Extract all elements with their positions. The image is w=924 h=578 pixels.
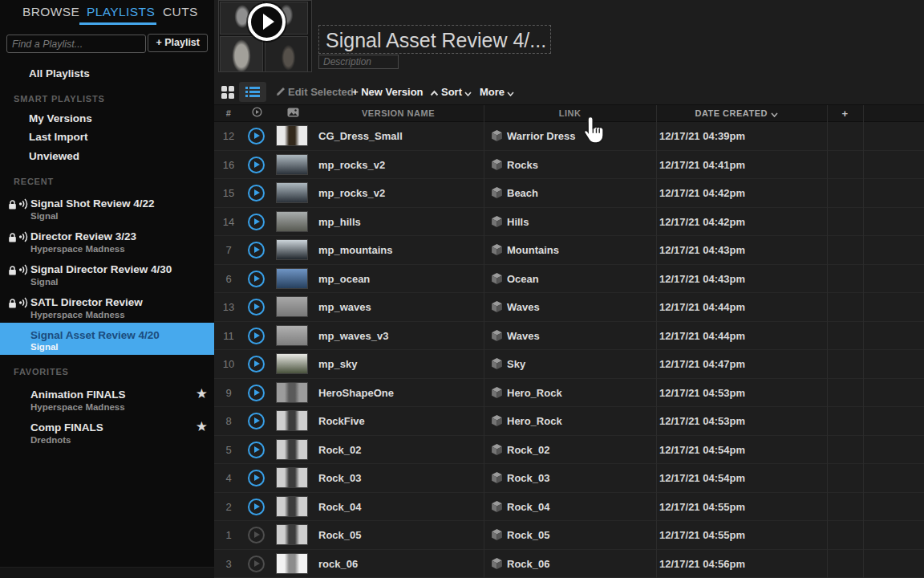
- play-version-button[interactable]: [248, 413, 265, 429]
- play-version-button[interactable]: [248, 470, 265, 486]
- playlist-description-field[interactable]: [318, 55, 399, 69]
- link-cell[interactable]: Hero_Rock: [491, 379, 562, 407]
- column-header-version-name[interactable]: VERSION NAME: [313, 105, 484, 122]
- version-thumbnail[interactable]: [276, 382, 308, 403]
- play-version-button[interactable]: [248, 499, 265, 515]
- table-row[interactable]: 11mp_waves_v3Waves12/17/21 04:44pm: [214, 322, 924, 351]
- table-row[interactable]: 8RockFiveHero_Rock12/17/21 04:53pm: [214, 407, 924, 436]
- table-row[interactable]: 15mp_rocks_v2Beach12/17/21 04:42pm: [214, 179, 924, 208]
- version-name[interactable]: Rock_03: [318, 464, 361, 492]
- version-name[interactable]: mp_rocks_v2: [318, 179, 385, 207]
- table-row[interactable]: 3rock_06Rock_0612/17/21 04:56pm: [214, 550, 924, 578]
- play-version-button[interactable]: [248, 328, 265, 344]
- play-version-button[interactable]: [248, 556, 265, 572]
- version-thumbnail[interactable]: [276, 154, 308, 175]
- version-thumbnail[interactable]: [276, 325, 308, 346]
- table-row[interactable]: 1Rock_05Rock_0512/17/21 04:55pm: [214, 521, 924, 550]
- play-version-button[interactable]: [248, 299, 265, 315]
- sort-button[interactable]: Sort: [428, 79, 474, 105]
- link-cell[interactable]: Rocks: [491, 151, 538, 179]
- table-row[interactable]: 6mp_oceanOcean12/17/21 04:43pm: [214, 265, 924, 294]
- favorite-star-icon[interactable]: ★: [196, 418, 208, 435]
- table-row[interactable]: 9HeroShapeOneHero_Rock12/17/21 04:53pm: [214, 379, 924, 408]
- edit-selected-button[interactable]: Edit Selected: [274, 79, 354, 105]
- new-version-button[interactable]: + New Version: [352, 79, 424, 105]
- playlist-title-field[interactable]: Signal Asset Review 4/...: [318, 25, 551, 54]
- version-thumbnail[interactable]: [276, 182, 308, 203]
- version-thumbnail[interactable]: [276, 439, 308, 460]
- play-version-button[interactable]: [248, 527, 265, 543]
- version-thumbnail[interactable]: [276, 211, 308, 232]
- search-input[interactable]: [6, 35, 146, 53]
- add-playlist-button[interactable]: + Playlist: [148, 34, 208, 52]
- add-column-button[interactable]: +: [827, 105, 863, 122]
- link-cell[interactable]: Warrior Dress: [491, 122, 576, 150]
- version-thumbnail[interactable]: [276, 553, 308, 574]
- version-thumbnail[interactable]: [276, 296, 308, 317]
- link-cell[interactable]: Rock_05: [491, 521, 549, 549]
- sidebar-item-my-versions[interactable]: My Versions: [29, 112, 92, 124]
- play-version-button[interactable]: [248, 185, 265, 201]
- version-name[interactable]: Rock_04: [318, 493, 361, 521]
- link-cell[interactable]: Sky: [491, 350, 525, 378]
- link-cell[interactable]: Hills: [491, 208, 529, 236]
- version-name[interactable]: mp_sky: [318, 350, 357, 378]
- sidebar-item-last-import[interactable]: Last Import: [29, 131, 88, 143]
- play-version-button[interactable]: [248, 157, 265, 173]
- list-view-button[interactable]: [239, 82, 266, 102]
- version-thumbnail[interactable]: [276, 125, 308, 146]
- sidebar-playlist-item[interactable]: Animation FINALSHyperspace Madness★: [0, 389, 214, 421]
- table-row[interactable]: 4Rock_03Rock_0312/17/21 04:54pm: [214, 464, 924, 493]
- version-name[interactable]: Rock_05: [318, 521, 361, 549]
- version-name[interactable]: Rock_02: [318, 436, 361, 464]
- link-cell[interactable]: Mountains: [491, 236, 559, 264]
- version-thumbnail[interactable]: [276, 496, 308, 517]
- version-name[interactable]: mp_rocks_v2: [318, 151, 385, 179]
- link-cell[interactable]: Ocean: [491, 265, 539, 293]
- version-name[interactable]: mp_waves: [318, 293, 371, 321]
- version-name[interactable]: CG_Dress_Small: [318, 122, 403, 150]
- play-version-button[interactable]: [248, 128, 265, 144]
- play-version-button[interactable]: [248, 356, 265, 372]
- version-name[interactable]: mp_waves_v3: [318, 322, 388, 350]
- favorite-star-icon[interactable]: ★: [196, 385, 208, 402]
- link-cell[interactable]: Waves: [491, 322, 540, 350]
- sidebar-playlist-item[interactable]: Signal Shot Review 4/22Signal: [0, 197, 214, 230]
- play-playlist-button[interactable]: [248, 3, 286, 41]
- table-row[interactable]: 16mp_rocks_v2Rocks12/17/21 04:41pm: [214, 151, 924, 180]
- column-header-date-created[interactable]: DATE CREATED: [656, 105, 817, 122]
- play-version-button[interactable]: [248, 271, 265, 287]
- table-row[interactable]: 5Rock_02Rock_0212/17/21 04:54pm: [214, 436, 924, 465]
- sidebar-playlist-item[interactable]: Signal Asset Review 4/20Signal: [0, 323, 214, 355]
- table-row[interactable]: 7mp_mountainsMountains12/17/21 04:43pm: [214, 236, 924, 265]
- sidebar-playlist-item[interactable]: Comp FINALSDrednots★: [0, 421, 214, 454]
- link-cell[interactable]: Rock_06: [491, 550, 549, 578]
- link-cell[interactable]: Waves: [491, 293, 540, 321]
- sidebar-item-all-playlists[interactable]: All Playlists: [29, 67, 90, 79]
- link-cell[interactable]: Beach: [491, 179, 538, 207]
- version-name[interactable]: mp_ocean: [318, 265, 370, 293]
- tab-playlists[interactable]: PLAYLISTS: [87, 5, 155, 19]
- table-row[interactable]: 2Rock_04Rock_0412/17/21 04:55pm: [214, 493, 924, 522]
- column-header-link[interactable]: LINK: [484, 105, 656, 122]
- link-cell[interactable]: Rock_04: [491, 493, 549, 521]
- table-row[interactable]: 13mp_wavesWaves12/17/21 04:44pm: [214, 293, 924, 322]
- table-row[interactable]: 12CG_Dress_SmallWarrior Dress12/17/21 04…: [214, 122, 924, 151]
- sidebar-item-unviewed[interactable]: Unviewed: [29, 150, 79, 162]
- link-cell[interactable]: Rock_02: [491, 436, 549, 464]
- sidebar-playlist-item[interactable]: Director Review 3/23Hyperspace Madness: [0, 230, 214, 263]
- version-name[interactable]: mp_hills: [318, 208, 361, 236]
- table-row[interactable]: 10mp_skySky12/17/21 04:47pm: [214, 350, 924, 379]
- tab-browse[interactable]: BROWSE: [22, 5, 79, 19]
- table-row[interactable]: 14mp_hillsHills12/17/21 04:42pm: [214, 208, 924, 237]
- version-name[interactable]: rock_06: [318, 550, 358, 578]
- more-button[interactable]: More: [480, 79, 517, 105]
- version-thumbnail[interactable]: [276, 467, 308, 488]
- grid-view-button[interactable]: [221, 86, 234, 99]
- version-thumbnail[interactable]: [276, 410, 308, 431]
- link-cell[interactable]: Hero_Rock: [491, 407, 562, 435]
- version-thumbnail[interactable]: [276, 353, 308, 374]
- version-thumbnail[interactable]: [276, 524, 308, 545]
- version-name[interactable]: RockFive: [318, 407, 365, 435]
- sidebar-playlist-item[interactable]: Signal Director Review 4/30Signal: [0, 263, 214, 296]
